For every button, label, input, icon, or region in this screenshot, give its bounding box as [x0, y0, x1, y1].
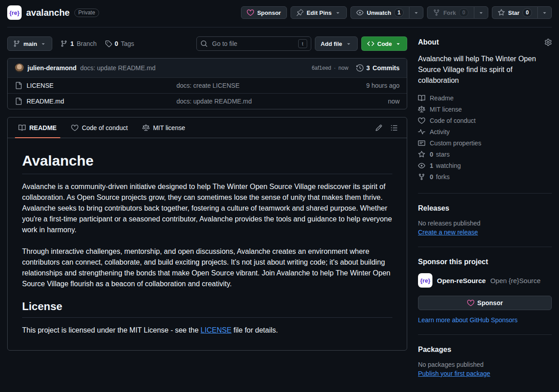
pin-icon — [296, 9, 304, 16]
sponsor-org-row: {re} Open-reSource Open {re}Source — [418, 273, 552, 288]
file-name-link[interactable]: LICENSE — [27, 82, 54, 89]
star-icon — [498, 9, 505, 16]
publish-package-link[interactable]: Publish your first package — [418, 370, 490, 377]
sidebar-item-readme[interactable]: Readme — [418, 92, 552, 104]
table-row[interactable]: LICENSE docs: create LICENSE 9 hours ago — [8, 77, 407, 93]
tab-mit-license[interactable]: MIT license — [135, 117, 192, 138]
readme-tools — [375, 124, 403, 131]
sponsor-org-avatar[interactable]: {re} — [418, 273, 432, 288]
sidebar-sponsor-button[interactable]: Sponsor — [418, 296, 552, 310]
sidebar-item-stars[interactable]: 0 stars — [418, 149, 552, 160]
forks-count: 0 — [430, 173, 433, 180]
releases-section: Releases No releases published Create a … — [418, 193, 552, 247]
author-avatar[interactable] — [15, 63, 24, 72]
file-commit-time: 9 hours ago — [366, 82, 400, 89]
toolbar-right: t Add file Code — [196, 36, 407, 51]
branch-count: 1 — [70, 40, 74, 47]
stars-count: 0 — [430, 151, 433, 158]
branch-selector[interactable]: main — [7, 36, 52, 51]
heart-icon — [467, 299, 474, 306]
license-heading: License — [22, 300, 392, 318]
chevron-down-icon — [395, 41, 401, 47]
tab-code-of-conduct[interactable]: Code of conduct — [64, 117, 135, 138]
commit-author-link[interactable]: julien-deramond — [27, 64, 77, 72]
sidebar-item-forks[interactable]: 0 forks — [418, 171, 552, 182]
file-commit-message-link[interactable]: docs: update README.md — [177, 98, 388, 105]
table-row[interactable]: README.md docs: update README.md now — [8, 93, 407, 109]
watch-button-group: Unwatch 1 — [350, 6, 423, 19]
sidebar: About Avalanche will help The Winter Ope… — [418, 36, 552, 388]
file-name-link[interactable]: README.md — [27, 98, 64, 105]
about-title: About — [418, 38, 439, 46]
learn-more-sponsors-link[interactable]: Learn more about GitHub Sponsors — [418, 316, 552, 324]
chevron-down-icon — [40, 41, 46, 47]
sidebar-item-label: Activity — [430, 128, 450, 135]
fork-dropdown-button[interactable] — [474, 6, 488, 19]
commit-history-link[interactable]: 3 Commits — [356, 64, 400, 72]
packages-title: Packages — [418, 346, 552, 354]
search-icon — [200, 40, 208, 47]
sponsor-section: Sponsor this project {re} Open-reSource … — [418, 247, 552, 334]
content-grid: main 1 Branch 0 Tags t — [7, 36, 552, 388]
sponsor-org-name[interactable]: Open-reSource — [437, 277, 486, 284]
pulse-icon — [418, 128, 425, 135]
repo-name[interactable]: avalanche — [26, 8, 70, 18]
sidebar-item-label: Code of conduct — [430, 117, 476, 124]
watch-count-badge: 1 — [394, 8, 404, 17]
tag-count-label: Tags — [121, 40, 134, 47]
watch-dropdown-button[interactable] — [409, 6, 423, 19]
sidebar-item-label: stars — [436, 151, 450, 158]
code-label: Code — [377, 41, 392, 47]
outline-list-icon[interactable] — [391, 124, 398, 131]
readme-card: README Code of conduct MIT license — [7, 117, 407, 351]
sponsor-button[interactable]: Sponsor — [241, 6, 287, 19]
releases-title: Releases — [418, 204, 552, 212]
star-button[interactable]: Star 0 — [492, 6, 537, 19]
star-dropdown-button[interactable] — [537, 6, 552, 19]
star-label: Star — [508, 9, 519, 16]
file-icon — [15, 82, 22, 89]
readme-content: Avalanche Avalanche is a community-drive… — [8, 138, 407, 350]
add-file-button[interactable]: Add file — [315, 36, 358, 51]
sidebar-item-watching[interactable]: 1 watching — [418, 160, 552, 171]
chevron-down-icon — [345, 41, 352, 47]
goto-file-search[interactable]: t — [196, 36, 311, 51]
pencil-icon[interactable] — [375, 124, 382, 131]
sidebar-item-code-of-conduct[interactable]: Code of conduct — [418, 115, 552, 126]
readme-paragraph: Through interactive challenges, mentorsh… — [22, 246, 392, 289]
license-file-link[interactable]: LICENSE — [200, 326, 231, 334]
chevron-down-icon — [413, 9, 419, 16]
eye-icon — [356, 9, 364, 16]
sidebar-item-label: Custom properties — [430, 140, 481, 147]
branches-link[interactable]: 1 Branch — [60, 40, 96, 47]
sidebar-item-mit-license[interactable]: MIT license — [418, 104, 552, 115]
eye-icon — [418, 162, 425, 169]
file-browser: julien-deramond docs: update README.md 6… — [7, 58, 407, 109]
org-avatar[interactable]: {re} — [7, 5, 22, 20]
commit-sha-link[interactable]: 6af1eed — [312, 65, 331, 71]
git-branch-icon — [13, 40, 20, 47]
gear-icon[interactable] — [545, 39, 552, 46]
history-icon — [356, 64, 364, 72]
tags-link[interactable]: 0 Tags — [105, 40, 134, 47]
git-branch-icon — [60, 40, 68, 47]
about-description: Avalanche will help The Winter Open Sour… — [418, 54, 552, 86]
tab-readme[interactable]: README — [11, 117, 64, 138]
edit-pins-button[interactable]: Edit Pins — [291, 6, 347, 19]
tab-label: Code of conduct — [82, 124, 128, 131]
sidebar-item-activity[interactable]: Activity — [418, 126, 552, 137]
readme-tabbar: README Code of conduct MIT license — [8, 117, 407, 138]
code-button[interactable]: Code — [361, 36, 408, 51]
sponsor-label: Sponsor — [257, 9, 281, 16]
create-release-link[interactable]: Create a new release — [418, 229, 478, 236]
sidebar-item-custom-properties[interactable]: Custom properties — [418, 137, 552, 149]
code-of-conduct-icon — [71, 124, 78, 131]
unwatch-button[interactable]: Unwatch 1 — [350, 6, 409, 19]
fork-button[interactable]: Fork 0 — [427, 6, 474, 19]
unwatch-label: Unwatch — [367, 9, 391, 16]
commit-message-link[interactable]: docs: update README.md — [80, 64, 155, 72]
goto-file-input[interactable] — [211, 40, 295, 48]
star-icon — [418, 151, 425, 158]
packages-empty-text: No packages published — [418, 361, 552, 368]
file-commit-message-link[interactable]: docs: create LICENSE — [177, 82, 366, 89]
